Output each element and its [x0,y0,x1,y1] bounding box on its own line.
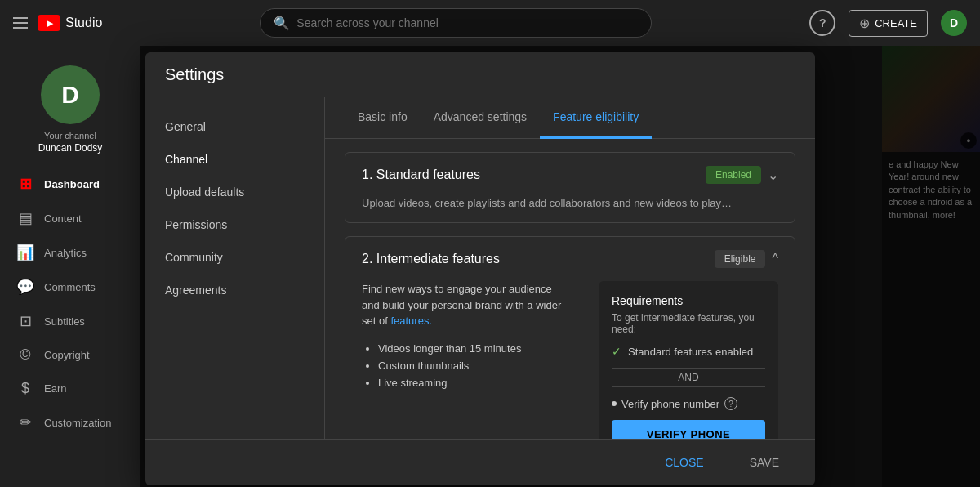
phone-req-label: Verify phone number [621,398,719,410]
feature-left-intermediate: Find new ways to engage your audience an… [362,281,566,439]
feature-subtitle-standard: Upload videos, create playlists and add … [345,197,795,222]
settings-modal: Settings General Channel Upload defaults… [145,52,815,485]
sidebar-item-subtitles[interactable]: ⊡ Subtitles [0,304,140,338]
list-item: Custom thumbnails [378,360,566,372]
settings-nav-channel[interactable]: Channel [145,143,324,176]
tab-feature-eligibility[interactable]: Feature eligibility [540,97,652,139]
sidebar-item-comments[interactable]: 💬 Comments [0,270,140,304]
req-item-standard: ✓ Standard features enabled [612,345,765,358]
hamburger-menu[interactable] [13,17,28,29]
save-button[interactable]: SAVE [733,449,795,476]
help-icon[interactable]: ? [724,397,737,410]
avatar: D [41,65,100,124]
feature-badge-standard: Enabled ⌄ [706,166,778,184]
sidebar-item-customization[interactable]: ✏ Customization [0,405,140,440]
requirements-desc: To get intermediate features, you need: [612,312,765,335]
feature-body-intermediate: Find new ways to engage your audience an… [345,281,795,439]
sidebar-label-customization: Customization [44,417,111,429]
content-icon: ▤ [16,209,34,227]
feature-right-intermediate: Requirements To get intermediate feature… [599,281,778,439]
logo-text: Studio [65,16,102,30]
sidebar-item-content[interactable]: ▤ Content [0,201,140,235]
feature-title-standard: 1. Standard features [362,168,480,182]
tab-advanced-settings[interactable]: Advanced settings [421,97,540,139]
check-icon: ✓ [612,345,621,358]
feature-desc-intermediate: Find new ways to engage your audience an… [362,281,566,329]
plus-icon: ⊕ [859,16,870,31]
chevron-up-icon: ^ [772,252,778,266]
list-item: Videos longer than 15 minutes [378,342,566,355]
sidebar-label-content: Content [44,212,82,225]
feature-section-intermediate: 2. Intermediate features Eligible ^ [345,236,795,439]
standard-badge: Enabled [706,166,761,184]
intermediate-badge: Eligible [715,250,766,268]
bullet-icon [612,401,617,406]
sidebar-nav: ⊞ Dashboard ▤ Content 📊 Analytics 💬 Comm… [0,167,140,440]
topbar: Studio 🔍 ? ⊕ CREATE D [0,0,980,46]
verify-phone-button[interactable]: VERIFY PHONE NUMBER [612,420,765,439]
requirements-title: Requirements [612,294,765,307]
settings-nav-upload-defaults[interactable]: Upload defaults [145,176,324,208]
topbar-left: Studio [13,15,102,31]
sidebar-item-dashboard[interactable]: ⊞ Dashboard [0,167,140,201]
sidebar: D Your channel Duncan Dodsy ⊞ Dashboard … [0,46,140,487]
settings-tabs: Basic info Advanced settings Feature eli… [325,97,815,139]
earn-icon: $ [16,380,34,397]
sidebar-label-analytics: Analytics [44,247,87,259]
list-item: Live streaming [378,377,566,389]
phone-req: Verify phone number ? [612,397,765,410]
tab-basic-info[interactable]: Basic info [345,97,421,139]
sidebar-item-analytics[interactable]: 📊 Analytics [0,235,140,270]
chevron-down-icon: ⌄ [768,168,778,183]
create-button[interactable]: ⊕ CREATE [849,10,928,37]
sidebar-label-subtitles: Subtitles [44,315,85,328]
youtube-icon [38,15,60,31]
search-bar: 🔍 [102,8,809,38]
search-input-wrap[interactable]: 🔍 [260,8,652,38]
comments-icon: 💬 [16,278,34,296]
dashboard-icon: ⊞ [16,175,34,193]
feature-section-standard: 1. Standard features Enabled ⌄ Upload vi… [345,152,795,223]
feature-title-intermediate: 2. Intermediate features [362,252,500,266]
sidebar-label-earn: Earn [44,382,66,395]
settings-nav-general[interactable]: General [145,110,324,143]
modal-title: Settings [145,52,815,97]
modal-overlay: Settings General Channel Upload defaults… [140,46,980,487]
modal-footer: CLOSE SAVE [145,439,815,485]
settings-nav-community[interactable]: Community [145,241,324,274]
channel-name: Duncan Dodsy [38,142,103,154]
content-area: Settings General Channel Upload defaults… [140,46,980,487]
sidebar-item-earn[interactable]: $ Earn [0,372,140,405]
settings-nav-agreements[interactable]: Agreements [145,274,324,306]
channel-label: Your channel [44,131,96,141]
and-divider: AND [612,368,765,387]
feature-header-intermediate[interactable]: 2. Intermediate features Eligible ^ [345,237,795,281]
sidebar-label-comments: Comments [44,281,96,293]
customization-icon: ✏ [16,413,34,431]
analytics-icon: 📊 [16,244,34,261]
user-avatar-top[interactable]: D [941,10,967,36]
help-button[interactable]: ? [809,10,835,36]
logo[interactable]: Studio [38,15,102,31]
close-button[interactable]: CLOSE [648,449,719,476]
features-link[interactable]: features. [390,315,432,327]
sidebar-label-copyright: Copyright [44,349,90,361]
search-input[interactable] [296,16,638,29]
req-label-standard: Standard features enabled [628,346,753,358]
settings-nav-permissions[interactable]: Permissions [145,208,324,241]
modal-body: General Channel Upload defaults Permissi… [145,97,815,439]
settings-content: Basic info Advanced settings Feature eli… [325,97,815,439]
settings-sidebar-nav: General Channel Upload defaults Permissi… [145,97,325,439]
sidebar-label-dashboard: Dashboard [44,178,100,190]
requirements-box: Requirements To get intermediate feature… [599,281,778,439]
copyright-icon: © [16,346,34,364]
sidebar-avatar-section: D Your channel Duncan Dodsy [0,56,140,167]
feature-list-intermediate: Videos longer than 15 minutes Custom thu… [362,342,566,389]
search-icon: 🔍 [274,16,290,31]
topbar-right: ? ⊕ CREATE D [809,10,967,37]
feature-badge-intermediate: Eligible ^ [715,250,778,268]
create-label: CREATE [875,17,917,29]
main-layout: D Your channel Duncan Dodsy ⊞ Dashboard … [0,46,980,487]
sidebar-item-copyright[interactable]: © Copyright [0,338,140,372]
feature-header-standard[interactable]: 1. Standard features Enabled ⌄ [345,153,795,197]
